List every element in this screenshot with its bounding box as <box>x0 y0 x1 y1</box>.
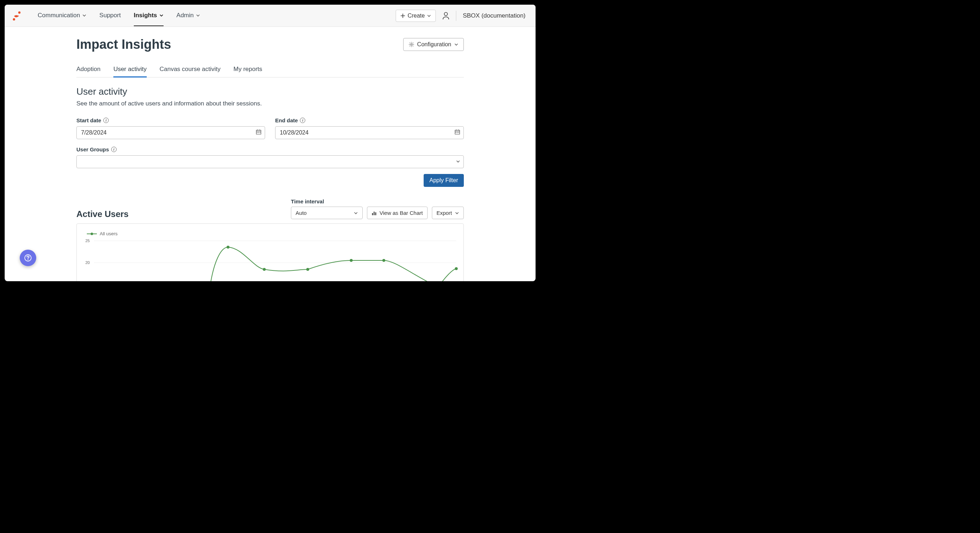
end-date-input[interactable] <box>275 126 464 139</box>
chevron-down-icon <box>455 211 459 215</box>
svg-point-24 <box>28 259 28 260</box>
nav-insights[interactable]: Insights <box>134 5 164 26</box>
svg-point-1 <box>13 18 15 20</box>
svg-rect-12 <box>372 213 373 215</box>
create-label: Create <box>407 13 425 19</box>
export-button[interactable]: Export <box>432 207 464 219</box>
info-icon[interactable]: i <box>300 118 305 123</box>
user-groups-select[interactable] <box>76 155 464 168</box>
tab-adoption[interactable]: Adoption <box>76 62 100 78</box>
nav-support[interactable]: Support <box>99 5 121 26</box>
page-title: Impact Insights <box>76 37 171 52</box>
time-interval-select[interactable]: Auto <box>291 207 363 219</box>
configuration-button[interactable]: Configuration <box>403 38 464 51</box>
svg-point-2 <box>444 12 448 16</box>
nav-label: Admin <box>177 12 194 19</box>
chevron-down-icon <box>454 42 458 47</box>
chevron-down-icon <box>354 211 358 215</box>
tab-user-activity[interactable]: User activity <box>113 62 147 78</box>
svg-point-3 <box>411 44 412 46</box>
svg-point-17 <box>227 246 229 248</box>
info-icon[interactable]: i <box>103 118 109 123</box>
chart-header: Active Users Time interval Auto View as … <box>76 198 464 219</box>
line-chart-svg <box>94 241 456 280</box>
svg-point-20 <box>350 259 353 262</box>
tab-my-reports[interactable]: My reports <box>234 62 262 78</box>
top-navigation: Communication Support Insights Admin Cre… <box>5 5 536 27</box>
time-interval-label: Time interval <box>291 198 363 204</box>
chevron-down-icon <box>82 13 86 18</box>
help-fab[interactable] <box>20 250 36 266</box>
section-heading: User activity <box>76 86 464 97</box>
end-date-label: End date <box>275 117 298 123</box>
nav-label: Communication <box>38 12 80 19</box>
page-header: Impact Insights Configuration <box>76 37 464 52</box>
start-date-input[interactable] <box>76 126 265 139</box>
config-label: Configuration <box>417 41 451 48</box>
y-tick-25: 25 <box>85 239 90 243</box>
chart-plot-area: 25 20 <box>94 241 456 280</box>
view-as-bar-chart-button[interactable]: View as Bar Chart <box>367 207 428 219</box>
chart-title: Active Users <box>76 209 129 219</box>
svg-rect-14 <box>375 212 376 215</box>
start-date-label: Start date <box>76 117 101 123</box>
svg-point-0 <box>18 11 21 13</box>
nav-communication[interactable]: Communication <box>38 5 86 26</box>
apply-filter-button[interactable]: Apply Filter <box>424 174 464 187</box>
date-filter-row: Start date i End date i <box>76 117 464 139</box>
start-date-field: Start date i <box>76 117 265 139</box>
chart-legend: All users <box>87 231 456 236</box>
bar-chart-icon <box>372 210 377 216</box>
gear-icon <box>409 41 414 47</box>
nav-label: Insights <box>134 12 157 19</box>
divider <box>456 11 456 21</box>
account-name[interactable]: SBOX (documentation) <box>463 12 525 19</box>
create-button[interactable]: Create <box>396 10 436 22</box>
plus-icon <box>400 13 405 18</box>
logo[interactable] <box>11 10 23 22</box>
chart-controls: Time interval Auto View as Bar Chart Exp… <box>291 198 464 219</box>
chevron-down-icon <box>159 13 164 18</box>
user-groups-field: User Groups i <box>76 146 464 168</box>
svg-point-16 <box>91 232 93 235</box>
nav-label: Support <box>99 12 121 19</box>
legend-marker <box>87 232 97 235</box>
svg-point-22 <box>455 267 458 270</box>
active-users-chart: All users 25 20 <box>76 223 464 281</box>
section-description: See the amount of active users and infor… <box>76 100 464 107</box>
nav-admin[interactable]: Admin <box>177 5 200 26</box>
svg-point-19 <box>306 268 309 271</box>
info-icon[interactable]: i <box>111 147 116 152</box>
main-content: Impact Insights Configuration Adoption U… <box>5 27 536 281</box>
tab-canvas-course-activity[interactable]: Canvas course activity <box>160 62 221 78</box>
y-tick-20: 20 <box>85 260 90 265</box>
svg-point-21 <box>382 259 385 262</box>
chevron-down-icon <box>196 13 200 18</box>
user-icon[interactable] <box>442 12 449 20</box>
end-date-field: End date i <box>275 117 464 139</box>
legend-label: All users <box>100 231 118 236</box>
tabs: Adoption User activity Canvas course act… <box>76 62 464 78</box>
main-nav: Communication Support Insights Admin <box>38 5 396 26</box>
top-right-controls: Create SBOX (documentation) <box>396 10 525 22</box>
time-interval-group: Time interval Auto <box>291 198 363 219</box>
question-icon <box>24 254 32 261</box>
svg-rect-13 <box>374 212 375 215</box>
svg-point-18 <box>263 268 266 271</box>
user-groups-label: User Groups <box>76 146 109 153</box>
chevron-down-icon <box>427 14 431 18</box>
